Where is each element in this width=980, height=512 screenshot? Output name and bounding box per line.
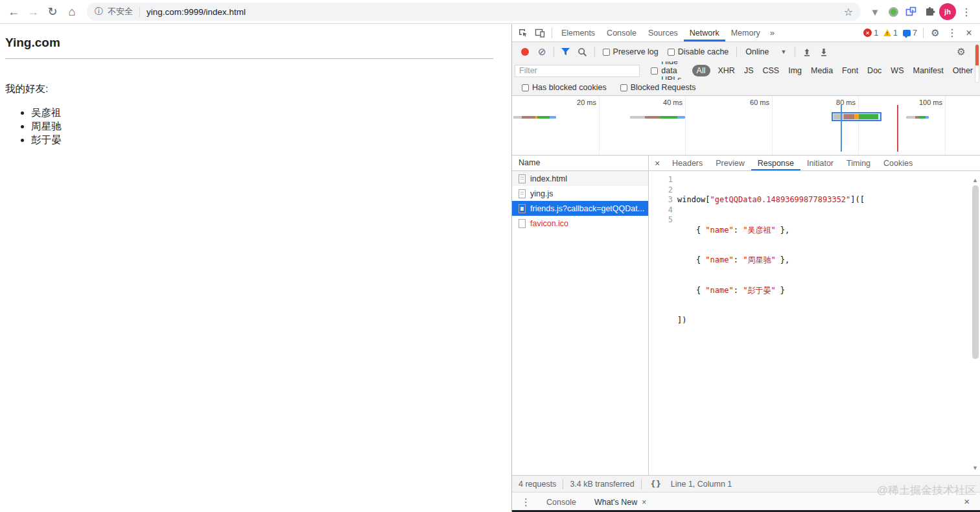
waterfall-bar-ying[interactable]	[630, 116, 685, 119]
response-body[interactable]: 1 2 3 4 5 window["getQQData0.14893699877…	[649, 171, 980, 475]
site-info-icon[interactable]: ⓘ	[95, 6, 103, 17]
back-icon[interactable]: ←	[4, 2, 23, 21]
tab-elements[interactable]: Elements	[555, 24, 601, 41]
import-har-icon[interactable]	[799, 43, 815, 60]
request-row-ying[interactable]: ying.js	[512, 186, 648, 201]
filter-type-other[interactable]: Other	[953, 66, 973, 75]
code-line: { "name": "周星驰" },	[677, 255, 865, 266]
request-row-friends[interactable]: friends.js?callback=getQQDat...	[512, 201, 648, 216]
tick-label: 80 ms	[817, 99, 856, 106]
search-icon[interactable]	[574, 43, 591, 60]
tab-network[interactable]: Network	[684, 24, 725, 41]
filter-type-xhr[interactable]: XHR	[718, 66, 735, 75]
document-icon	[519, 204, 526, 213]
network-filter-row-2: Has blocked cookies Blocked Requests	[512, 80, 980, 96]
close-detail-icon[interactable]: ×	[649, 158, 666, 169]
filter-type-manifest[interactable]: Manifest	[913, 66, 943, 75]
browser-menu-icon[interactable]: ⋮	[957, 2, 976, 21]
code-line: { "name": "彭于晏" }	[677, 286, 865, 296]
requests-count: 4 requests	[512, 479, 563, 489]
list-item: 吴彦祖	[31, 106, 511, 119]
tab-headers[interactable]: Headers	[666, 156, 709, 170]
filter-type-css[interactable]: CSS	[763, 66, 780, 75]
filter-funnel-icon[interactable]	[557, 43, 574, 60]
drawer-tab-whats-new[interactable]: What's New ×	[585, 493, 655, 512]
filter-type-doc[interactable]: Doc	[867, 66, 881, 75]
request-row-index[interactable]: index.html	[512, 171, 648, 186]
close-tab-icon[interactable]: ×	[642, 498, 646, 507]
tab-sources[interactable]: Sources	[642, 24, 684, 41]
clear-icon[interactable]: ⊘	[538, 46, 546, 58]
tab-console[interactable]: Console	[601, 24, 642, 41]
domcontentloaded-marker	[841, 105, 842, 152]
waterfall-bar-index[interactable]	[513, 116, 556, 119]
warning-badge[interactable]: ! 1	[883, 29, 898, 38]
network-controls: ⊘ Preserve log Disable cache Online ▼	[512, 42, 980, 62]
extensions-puzzle-icon[interactable]	[920, 3, 939, 21]
forward-icon[interactable]: →	[23, 2, 43, 21]
tab-preview[interactable]: Preview	[709, 156, 751, 170]
gridline	[772, 96, 773, 155]
waterfall-bar-friends-selected[interactable]	[832, 112, 881, 121]
tab-initiator[interactable]: Initiator	[800, 156, 840, 170]
filter-type-js[interactable]: JS	[744, 66, 754, 75]
extension-green-icon[interactable]	[884, 3, 902, 21]
page-title: Ying.com	[5, 36, 511, 50]
url-text[interactable]: ying.com:9999/index.html	[146, 7, 246, 17]
browser-toolbar: ← → ↻ ⌂ ⓘ 不安全 ying.com:9999/index.html ☆…	[0, 0, 980, 24]
scroll-down-icon[interactable]: ▼	[972, 465, 978, 471]
filter-type-ws[interactable]: WS	[891, 66, 904, 75]
extension-v-icon[interactable]: ▼	[866, 3, 884, 21]
devtools-menu-icon[interactable]: ⋮	[944, 25, 961, 41]
waterfall-bar-favicon[interactable]	[906, 116, 929, 119]
settings-gear-icon[interactable]: ⚙	[927, 25, 944, 41]
reload-icon[interactable]: ↻	[43, 2, 62, 21]
profile-avatar[interactable]: jh	[939, 3, 957, 21]
has-blocked-cookies-checkbox[interactable]: Has blocked cookies	[522, 83, 607, 92]
export-har-icon[interactable]	[815, 43, 832, 60]
name-column-header[interactable]: Name	[512, 156, 648, 171]
list-item: 彭于晏	[31, 133, 511, 146]
tab-timing[interactable]: Timing	[840, 156, 877, 170]
home-icon[interactable]: ⌂	[62, 2, 82, 21]
blocked-requests-checkbox[interactable]: Blocked Requests	[620, 83, 696, 92]
response-panel: × Headers Preview Response Initiator Tim…	[649, 156, 980, 475]
code-line: ])	[677, 316, 865, 326]
filter-type-font[interactable]: Font	[842, 66, 858, 75]
device-toolbar-icon[interactable]	[531, 25, 548, 41]
filter-type-all[interactable]: All	[692, 65, 710, 76]
braces-icon[interactable]: {}	[651, 479, 662, 489]
throttling-select[interactable]: Online ▼	[745, 47, 786, 56]
scroll-up-icon[interactable]: ▲	[972, 177, 978, 183]
devtools-close-icon[interactable]: ×	[961, 25, 977, 41]
inspect-element-icon[interactable]	[515, 25, 531, 41]
message-badge[interactable]: 7	[903, 29, 917, 38]
scrollbar-thumb[interactable]	[972, 185, 979, 359]
more-tabs-icon[interactable]: »	[766, 28, 778, 38]
request-row-favicon[interactable]: favicon.ico	[512, 216, 648, 231]
drawer-menu-icon[interactable]: ⋮	[512, 496, 537, 508]
network-settings-gear-icon[interactable]: ⚙	[953, 43, 970, 60]
filter-type-img[interactable]: Img	[788, 66, 802, 75]
filter-input[interactable]	[515, 65, 640, 77]
drawer-tab-console[interactable]: Console	[537, 493, 585, 512]
bookmark-star-icon[interactable]: ☆	[844, 6, 853, 18]
devtools-tabbar: Elements Console Sources Network Memory …	[512, 24, 980, 42]
side-scroll-indicator[interactable]	[975, 44, 979, 83]
tab-response[interactable]: Response	[751, 156, 800, 170]
tab-cookies[interactable]: Cookies	[877, 156, 919, 170]
preserve-log-checkbox[interactable]: Preserve log	[603, 47, 659, 56]
document-icon	[519, 219, 526, 228]
record-icon[interactable]	[521, 48, 529, 56]
tab-memory[interactable]: Memory	[725, 24, 766, 41]
error-badge[interactable]: × 1	[863, 29, 878, 38]
friends-list: 吴彦祖 周星驰 彭于晏	[5, 106, 511, 146]
network-overview[interactable]: 20 ms 40 ms 60 ms 80 ms 100 ms	[512, 96, 980, 156]
extension-windows-icon[interactable]	[902, 3, 920, 21]
warning-icon: !	[883, 29, 891, 36]
disable-cache-checkbox[interactable]: Disable cache	[668, 47, 729, 56]
address-bar[interactable]: ⓘ 不安全 ying.com:9999/index.html ☆	[87, 3, 861, 21]
page-divider	[5, 58, 493, 59]
web-page: Ying.com 我的好友: 吴彦祖 周星驰 彭于晏	[0, 24, 511, 512]
filter-type-media[interactable]: Media	[811, 66, 833, 75]
